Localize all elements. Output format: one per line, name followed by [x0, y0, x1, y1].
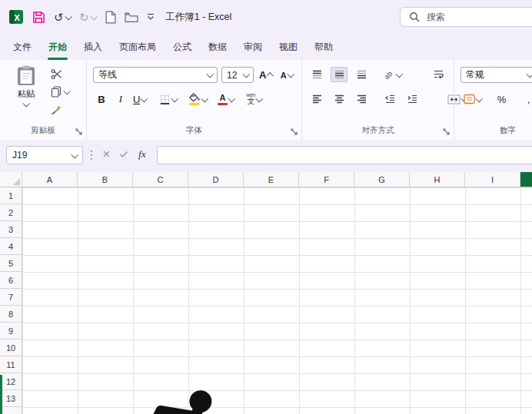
format-painter-button[interactable]: [51, 104, 70, 115]
tab-insert[interactable]: 插入: [75, 34, 111, 60]
insert-function-button[interactable]: fx: [138, 148, 146, 161]
cells-area[interactable]: [22, 187, 532, 414]
font-color-button[interactable]: A: [216, 91, 236, 107]
select-all-button[interactable]: [0, 172, 22, 187]
decrease-caret-icon: [287, 71, 294, 78]
column-header-h[interactable]: H: [410, 172, 465, 187]
column-header-b[interactable]: B: [78, 172, 133, 187]
redo-button[interactable]: ↻: [79, 12, 96, 23]
search-box[interactable]: 搜索: [400, 7, 532, 27]
row-header-9[interactable]: 9: [0, 323, 22, 339]
row-header-1[interactable]: 1: [0, 187, 22, 204]
row-header-3[interactable]: 3: [0, 221, 22, 238]
font-name-combo[interactable]: 等线: [93, 67, 218, 83]
column-header-a[interactable]: A: [22, 172, 78, 187]
paste-chevron-icon: [22, 100, 29, 107]
tab-data[interactable]: 数据: [200, 34, 235, 60]
row-header-5[interactable]: 5: [0, 255, 22, 272]
wrap-text-button[interactable]: [431, 67, 447, 82]
accounting-format-button[interactable]: [462, 91, 484, 107]
row-header-11[interactable]: 11: [0, 356, 22, 373]
quick-access-toolbar-menu[interactable]: [147, 13, 155, 21]
column-header-g[interactable]: G: [354, 172, 410, 187]
tab-formulas[interactable]: 公式: [165, 34, 200, 60]
row-header-12[interactable]: 12: [0, 373, 22, 390]
column-header-i[interactable]: I: [465, 172, 520, 187]
paste-button[interactable]: 粘贴: [6, 65, 46, 106]
percent-style-button[interactable]: %: [494, 91, 510, 107]
dialog-launcher-icon: [443, 128, 451, 136]
font-color-letter: A: [220, 94, 226, 102]
fill-color-button[interactable]: [187, 91, 209, 107]
align-center-icon: [334, 94, 345, 104]
formula-input[interactable]: [157, 146, 532, 164]
enter-button[interactable]: [119, 150, 128, 158]
formula-bar-handle[interactable]: [90, 150, 93, 161]
tab-home[interactable]: 开始: [40, 34, 75, 60]
phonetic-bottom-text: 文: [247, 98, 254, 105]
row-header-8[interactable]: 8: [0, 306, 22, 323]
comma-style-button[interactable]: ,: [520, 91, 532, 107]
orientation-button[interactable]: ab: [381, 67, 404, 82]
new-file-button[interactable]: [105, 11, 116, 24]
number-format-combo[interactable]: 常规: [461, 67, 532, 83]
column-header-e[interactable]: E: [244, 172, 299, 187]
tab-help[interactable]: 帮助: [306, 34, 341, 60]
wheelchair-image[interactable]: [137, 387, 241, 414]
cut-button[interactable]: [51, 68, 70, 80]
fill-bucket-icon: [188, 93, 201, 102]
name-box[interactable]: J19: [6, 146, 83, 164]
tab-file[interactable]: 文件: [5, 34, 40, 60]
tab-view[interactable]: 视图: [271, 34, 306, 60]
align-right-icon: [356, 94, 367, 104]
copy-button[interactable]: [51, 86, 70, 98]
font-size-combo[interactable]: 12: [221, 67, 254, 83]
excel-logo-icon: X: [8, 9, 24, 25]
align-top-button[interactable]: [308, 67, 325, 82]
row-header-7[interactable]: 7: [0, 289, 22, 306]
undo-button[interactable]: ↺: [54, 12, 71, 23]
borders-button[interactable]: [158, 91, 179, 107]
column-header-f[interactable]: F: [299, 172, 354, 187]
row-header-2[interactable]: 2: [0, 204, 22, 221]
decrease-font-size-button[interactable]: A: [278, 68, 295, 83]
increase-font-size-button[interactable]: A: [258, 68, 274, 83]
decrease-indent-button[interactable]: [381, 91, 398, 107]
tab-page-layout[interactable]: 页面布局: [111, 34, 165, 60]
font-name-chevron-icon: [206, 71, 213, 78]
align-right-button[interactable]: [353, 91, 370, 107]
alignment-dialog-launcher[interactable]: [443, 128, 451, 136]
align-center-button[interactable]: [331, 91, 347, 107]
row-header-10[interactable]: 10: [0, 339, 22, 356]
align-bottom-button[interactable]: [353, 67, 370, 82]
increase-indent-button[interactable]: [404, 91, 421, 107]
customize-qat-icon: [147, 13, 155, 21]
row-header-13[interactable]: 13: [0, 390, 22, 407]
tab-review[interactable]: 审阅: [235, 34, 271, 60]
underline-button[interactable]: U: [131, 91, 148, 107]
paste-label: 粘贴: [18, 88, 35, 100]
row-header-6[interactable]: 6: [0, 272, 22, 289]
scissors-icon: [51, 68, 62, 80]
cancel-button[interactable]: [102, 150, 111, 158]
redo-icon: ↻: [79, 12, 89, 23]
column-header-d[interactable]: D: [188, 172, 244, 187]
align-left-button[interactable]: [308, 91, 325, 107]
align-middle-button[interactable]: [331, 67, 347, 82]
open-file-button[interactable]: [125, 12, 138, 23]
phonetic-guide-button[interactable]: wén 文: [245, 91, 264, 107]
font-dialog-launcher[interactable]: [291, 128, 298, 136]
phonetic-icon: wén 文: [247, 93, 256, 106]
column-header-c[interactable]: C: [133, 172, 188, 187]
column-header-j-selected-partial[interactable]: [520, 172, 532, 187]
italic-button[interactable]: I: [112, 91, 129, 107]
clipboard-mini-buttons: [51, 68, 70, 115]
search-placeholder: 搜索: [427, 11, 445, 24]
copy-chevron-icon: [64, 88, 71, 94]
bold-button[interactable]: B: [93, 91, 110, 107]
row-header-4[interactable]: 4: [0, 238, 22, 255]
save-button[interactable]: [32, 11, 45, 24]
window-edge-accent: [0, 375, 2, 414]
decrease-indent-icon: [384, 94, 396, 104]
clipboard-dialog-launcher[interactable]: [75, 128, 83, 136]
